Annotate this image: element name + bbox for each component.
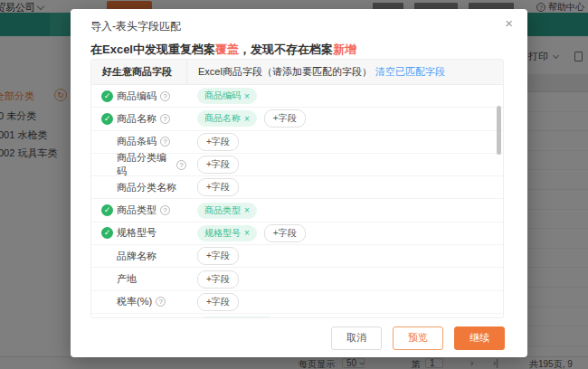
app-field-cell: 商品分类名称 xyxy=(91,181,186,194)
column-excel-fields: Excel商品字段（请添加要匹配的字段） 清空已匹配字段 xyxy=(186,60,503,84)
scrollbar-thumb[interactable] xyxy=(497,106,501,155)
clear-matched-fields-link[interactable]: 清空已匹配字段 xyxy=(375,65,445,79)
cancel-button[interactable]: 取消 xyxy=(331,326,382,350)
app-field-cell: ✓商品编码? xyxy=(91,90,186,103)
app-field-cell: 商品分类编码? xyxy=(91,151,186,178)
intro-part1: 在Excel中发现重复档案 xyxy=(90,43,215,56)
excel-field-cell: 商品名称×+字段 xyxy=(186,108,503,129)
matched-field-tag[interactable]: 商品名称× xyxy=(197,110,257,127)
help-icon[interactable]: ? xyxy=(160,91,170,101)
match-row: ✓规格型号规格型号×+字段 xyxy=(91,222,503,245)
match-row: 税率(%)?+字段 xyxy=(91,291,503,314)
column-excel-fields-label: Excel商品字段（请添加要匹配的字段） xyxy=(198,65,372,79)
excel-field-cell: 商品类型× xyxy=(186,199,503,221)
intro-add-new: 新增 xyxy=(333,43,356,56)
help-icon[interactable]: ? xyxy=(160,137,170,147)
matched-field-tag-label: 规格型号 xyxy=(204,227,241,240)
screen: 贸易公司 ? 帮助中心 商品 × 全部分类 ↻ 0 未分类001 水枪类002 … xyxy=(0,0,588,369)
app-field-cell: 商品条码? xyxy=(91,135,186,148)
help-icon[interactable]: ? xyxy=(160,114,170,124)
tag-remove-icon[interactable]: × xyxy=(244,114,250,124)
matched-field-tag[interactable]: 规格型号× xyxy=(197,225,257,241)
excel-field-cell: +字段 xyxy=(186,154,503,175)
excel-field-cell: +字段 xyxy=(186,268,503,289)
column-app-fields: 好生意商品字段 xyxy=(91,65,186,79)
app-field-label: 商品类型 xyxy=(117,203,156,217)
add-field-button[interactable]: +字段 xyxy=(197,178,239,196)
tag-remove-icon[interactable]: × xyxy=(244,91,250,101)
excel-field-cell: +字段 xyxy=(186,131,503,153)
app-field-cell: ✓商品名称? xyxy=(91,112,186,126)
add-field-button[interactable]: +字段 xyxy=(197,270,239,289)
app-field-cell: ✓规格型号 xyxy=(91,226,186,240)
match-row: ✓商品名称?商品名称×+字段 xyxy=(91,108,503,130)
excel-field-cell: 规格型号×+字段 xyxy=(186,222,503,244)
app-field-label: 产地 xyxy=(117,272,137,286)
app-field-cell: 税率(%)? xyxy=(91,295,186,308)
app-field-label: 商品编码 xyxy=(117,90,156,103)
match-table-header: 好生意商品字段 Excel商品字段（请添加要匹配的字段） 清空已匹配字段 xyxy=(91,60,503,85)
preview-button[interactable]: 预览 xyxy=(393,326,443,350)
add-field-button[interactable]: +字段 xyxy=(264,224,306,242)
add-field-button[interactable]: +字段 xyxy=(197,156,239,174)
matched-field-tag-label: 商品名称 xyxy=(204,112,241,125)
match-row: 品牌名称+字段 xyxy=(91,245,503,268)
match-row: 产地+字段 xyxy=(91,268,503,290)
matched-field-tag-label: 商品类型 xyxy=(204,204,241,217)
excel-field-cell: +字段 xyxy=(186,245,503,267)
add-field-button[interactable]: +字段 xyxy=(264,109,306,128)
app-field-label: 商品分类编码 xyxy=(117,151,173,178)
excel-field-cell: +字段 xyxy=(186,176,503,198)
app-field-label: 规格型号 xyxy=(117,226,156,240)
add-field-button[interactable]: +字段 xyxy=(197,293,239,311)
match-table-body: ✓商品编码?商品编码×✓商品名称?商品名称×+字段商品条码?+字段商品分类编码?… xyxy=(91,85,503,318)
app-field-cell: 品牌名称 xyxy=(91,250,186,263)
matched-field-tag-label: 商品编码 xyxy=(204,90,241,102)
app-field-label: 商品分类名称 xyxy=(117,181,176,194)
help-icon[interactable]: ? xyxy=(176,160,186,170)
import-field-match-dialog: 导入-表头字段匹配 × 在Excel中发现重复档案覆盖，发现不存在档案新增 好生… xyxy=(71,9,527,357)
continue-button[interactable]: 继续 xyxy=(454,326,505,350)
close-icon[interactable]: × xyxy=(505,16,513,31)
excel-field-cell: +字段 xyxy=(186,291,503,313)
match-row: ✓商品类型?商品类型× xyxy=(91,199,503,222)
app-field-label: 商品条码 xyxy=(117,135,156,148)
match-row: 商品分类名称+字段 xyxy=(91,176,503,199)
help-icon[interactable]: ? xyxy=(160,205,170,215)
add-field-button[interactable]: +字段 xyxy=(197,247,239,265)
dialog-intro-text: 在Excel中发现重复档案覆盖，发现不存在档案新增 xyxy=(90,42,356,58)
dialog-header: 导入-表头字段匹配 × xyxy=(71,9,527,38)
help-icon[interactable]: ? xyxy=(156,297,166,307)
matched-field-tag[interactable]: 商品编码× xyxy=(197,88,257,104)
excel-field-cell: 商品编码× xyxy=(186,85,503,107)
add-field-button[interactable]: +字段 xyxy=(197,133,239,151)
intro-overwrite: 覆盖 xyxy=(215,43,239,56)
app-field-cell: 产地 xyxy=(91,272,186,286)
check-circle-icon: ✓ xyxy=(101,227,113,239)
dialog-footer: 取消 预览 继续 xyxy=(71,318,527,357)
tag-remove-icon[interactable]: × xyxy=(244,205,250,215)
tag-remove-icon[interactable]: × xyxy=(244,228,250,238)
check-circle-icon: ✓ xyxy=(101,113,113,125)
match-row: ✓商品编码?商品编码× xyxy=(91,85,503,108)
check-circle-icon: ✓ xyxy=(101,90,113,102)
app-field-label: 税率(%) xyxy=(117,295,152,308)
dialog-title: 导入-表头字段匹配 xyxy=(90,19,181,34)
match-row: 商品分类编码?+字段 xyxy=(91,154,503,176)
app-field-label: 品牌名称 xyxy=(117,250,156,263)
intro-part2: ，发现不存在档案 xyxy=(239,43,333,56)
app-field-label: 商品名称 xyxy=(117,112,156,126)
field-match-table: 好生意商品字段 Excel商品字段（请添加要匹配的字段） 清空已匹配字段 ✓商品… xyxy=(90,59,504,318)
app-field-cell: ✓商品类型? xyxy=(91,203,186,217)
matched-field-tag[interactable]: 商品类型× xyxy=(197,203,257,219)
check-circle-icon: ✓ xyxy=(101,204,113,216)
